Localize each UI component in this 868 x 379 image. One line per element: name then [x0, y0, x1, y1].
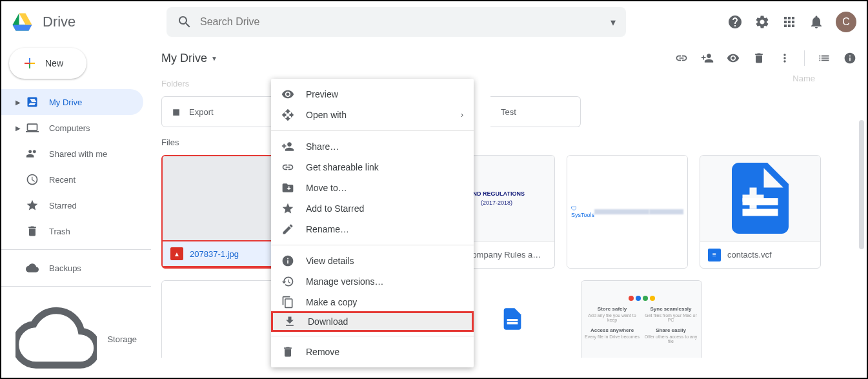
menu-download[interactable]: Download — [271, 311, 474, 332]
sidebar-item-trash[interactable]: Trash — [1, 218, 143, 244]
drive-nav-icon — [26, 96, 39, 108]
file-name: Company Rules a… — [466, 250, 541, 260]
svg-rect-3 — [507, 322, 518, 324]
sidebar-item-computers[interactable]: ▶ Computers — [1, 115, 143, 141]
history-icon — [281, 275, 294, 288]
expand-icon[interactable]: ▶ — [15, 99, 21, 106]
cloud-icon — [26, 261, 39, 274]
file-thumbnail — [162, 281, 282, 358]
info-icon — [281, 254, 294, 267]
add-person-icon[interactable] — [701, 52, 714, 65]
gear-icon[interactable] — [754, 14, 770, 30]
edit-icon — [281, 223, 294, 236]
sidebar-item-label: Trash — [49, 227, 70, 236]
folder-card[interactable]: Test — [490, 96, 581, 127]
trash-icon — [281, 345, 294, 358]
search-options-icon[interactable]: ▾ — [611, 16, 616, 28]
files-label: Files — [161, 138, 856, 147]
link-icon — [281, 161, 294, 174]
search-icon — [177, 14, 192, 30]
sidebar-item-label: My Drive — [49, 97, 82, 107]
sidebar-item-label: Computers — [49, 123, 90, 133]
breadcrumb[interactable]: My Drive ▼ — [161, 52, 217, 65]
sidebar-item-recent[interactable]: Recent — [1, 167, 143, 192]
storage-label: Storage — [107, 334, 137, 344]
new-button[interactable]: New — [9, 48, 86, 79]
sidebar-item-starred[interactable]: Starred — [1, 192, 143, 218]
new-label: New — [45, 58, 63, 68]
folder-card[interactable]: ■ Export — [161, 96, 283, 127]
list-view-icon[interactable] — [818, 52, 831, 65]
file-name: 207837-1.jpg — [190, 249, 239, 259]
sort-label[interactable]: Name — [792, 74, 815, 83]
file-thumbnail: Store safelyAdd any file you want to kee… — [581, 281, 701, 358]
app-name: Drive — [43, 14, 76, 30]
file-card[interactable]: 🛡 SysTools PDF Company Rules a… — [567, 155, 688, 269]
folder-name: Test — [501, 107, 516, 117]
menu-preview[interactable]: Preview — [271, 84, 474, 105]
file-thumbnail — [700, 156, 820, 241]
file-card[interactable]: ≡ contacts.vcf — [700, 155, 821, 269]
avatar[interactable]: C — [836, 12, 856, 32]
plus-icon — [22, 56, 37, 71]
menu-share[interactable]: Share… — [271, 136, 474, 157]
copy-icon — [281, 296, 294, 309]
delete-icon[interactable] — [752, 52, 765, 65]
computers-icon — [26, 121, 39, 134]
help-icon[interactable] — [727, 14, 743, 30]
file-thumbnail — [163, 156, 281, 241]
preview-icon[interactable] — [727, 52, 740, 65]
sidebar-item-mydrive[interactable]: ▶ My Drive — [1, 89, 143, 115]
search-input[interactable] — [200, 16, 603, 28]
svg-rect-1 — [743, 209, 778, 216]
drive-logo[interactable] — [12, 10, 35, 34]
breadcrumb-label: My Drive — [161, 52, 207, 65]
file-card-selected[interactable]: ▲ 207837-1.jpg — [161, 155, 283, 269]
menu-versions[interactable]: Manage versions… — [271, 271, 474, 292]
info-icon[interactable] — [843, 52, 856, 65]
file-name: contacts.vcf — [727, 250, 772, 260]
sidebar-item-backups[interactable]: Backups — [1, 255, 143, 281]
menu-moveto[interactable]: Move to… — [271, 178, 474, 198]
menu-remove[interactable]: Remove — [271, 342, 474, 362]
folder-icon: ■ — [172, 105, 180, 119]
file-card[interactable] — [161, 280, 283, 358]
cloud-outline-icon — [15, 297, 97, 379]
download-icon — [283, 315, 296, 328]
chevron-right-icon: › — [461, 110, 463, 119]
context-menu: Preview Open with› Share… Get shareable … — [271, 79, 474, 367]
expand-icon[interactable]: ▶ — [15, 125, 21, 132]
search-bar[interactable]: ▾ — [167, 7, 626, 37]
menu-getlink[interactable]: Get shareable link — [271, 157, 474, 178]
more-icon[interactable] — [778, 52, 791, 65]
notifications-icon[interactable] — [809, 14, 824, 30]
link-icon[interactable] — [675, 52, 688, 65]
person-add-icon — [281, 140, 294, 153]
recent-icon — [26, 173, 39, 186]
menu-copy[interactable]: Make a copy — [271, 292, 474, 312]
svg-rect-0 — [743, 198, 778, 205]
folder-move-icon — [281, 181, 294, 194]
image-badge-icon: ▲ — [170, 247, 183, 260]
star-icon — [26, 199, 39, 212]
open-icon — [281, 108, 294, 121]
file-card[interactable]: Store safelyAdd any file you want to kee… — [581, 280, 702, 358]
menu-rename[interactable]: Rename… — [271, 219, 474, 240]
doc-badge-icon: ≡ — [708, 249, 721, 261]
sidebar-item-label: Starred — [49, 201, 77, 210]
chevron-down-icon: ▼ — [211, 55, 217, 62]
menu-openwith[interactable]: Open with› — [271, 105, 474, 125]
shared-icon — [26, 147, 39, 160]
star-icon — [281, 202, 294, 215]
folders-label: Folders — [161, 79, 856, 88]
folder-name: Export — [189, 107, 214, 117]
eye-icon — [281, 88, 294, 101]
scrollbar[interactable] — [859, 120, 864, 249]
menu-star[interactable]: Add to Starred — [271, 198, 474, 219]
sidebar-item-shared[interactable]: Shared with me — [1, 141, 143, 167]
trash-icon — [26, 225, 39, 238]
sidebar-item-label: Shared with me — [49, 149, 107, 159]
apps-icon[interactable] — [782, 14, 797, 30]
menu-details[interactable]: View details — [271, 251, 474, 271]
svg-rect-2 — [507, 319, 518, 321]
